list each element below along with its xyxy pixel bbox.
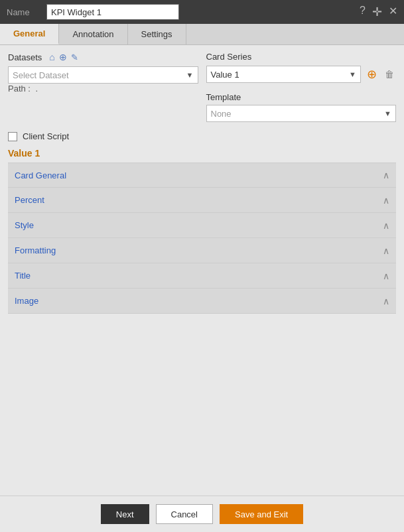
cancel-button[interactable]: Cancel <box>156 504 213 524</box>
title-bar-icons: ? ✛ ✕ <box>360 5 397 19</box>
accordion-chevron-formatting: ∧ <box>383 245 389 256</box>
card-series-row: Value 1 ▼ ⊕ 🗑 <box>206 66 397 83</box>
accordion-item-percent[interactable]: Percent ∧ <box>8 188 396 213</box>
template-label: Template <box>206 92 397 102</box>
move-icon[interactable]: ✛ <box>372 5 382 19</box>
next-button[interactable]: Next <box>101 504 149 524</box>
card-series-delete-icon[interactable]: 🗑 <box>385 69 394 80</box>
accordion-item-image[interactable]: Image ∧ <box>8 289 396 314</box>
datasets-edit-icon[interactable]: ✎ <box>71 52 78 62</box>
title-bar: Name ? ✛ ✕ <box>0 0 404 24</box>
template-section: Template None ▼ <box>206 92 397 122</box>
card-series-select[interactable]: Value 1 ▼ <box>206 66 362 83</box>
accordion-label-formatting: Formatting <box>15 245 383 255</box>
datasets-header-row: Datasets ⌂ ⊕ ✎ <box>8 52 198 62</box>
template-value: None <box>211 109 232 119</box>
accordion-label-title: Title <box>15 271 383 281</box>
template-arrow: ▼ <box>384 109 391 117</box>
path-label: Path : <box>8 84 31 94</box>
dataset-select-value: Select Dataset <box>13 70 69 80</box>
accordion: Card General ∧ Percent ∧ Style ∧ Formatt… <box>8 163 396 314</box>
card-series-add-icon[interactable]: ⊕ <box>367 67 377 82</box>
dataset-select-arrow: ▼ <box>186 71 194 79</box>
datasets-section: Datasets ⌂ ⊕ ✎ Select Dataset ▼ Path : . <box>8 52 198 129</box>
save-exit-button[interactable]: Save and Exit <box>220 504 303 524</box>
accordion-chevron-style: ∧ <box>383 220 389 231</box>
accordion-item-style[interactable]: Style ∧ <box>8 213 396 238</box>
main-content: Datasets ⌂ ⊕ ✎ Select Dataset ▼ Path : .… <box>0 45 404 320</box>
dataset-select[interactable]: Select Dataset ▼ <box>8 66 198 84</box>
value-section-heading: Value 1 <box>8 148 396 159</box>
card-series-header-row: Card Series <box>206 52 397 62</box>
accordion-chevron-image: ∧ <box>383 296 389 306</box>
datasets-add-icon[interactable]: ⊕ <box>59 52 67 62</box>
widget-name-input[interactable] <box>46 4 179 20</box>
card-series-value: Value 1 <box>211 70 239 80</box>
path-value: . <box>36 84 38 94</box>
accordion-label-image: Image <box>15 296 383 306</box>
client-script-label: Client Script <box>23 131 69 141</box>
accordion-item-card-general[interactable]: Card General ∧ <box>8 163 396 188</box>
datasets-label: Datasets <box>8 52 42 62</box>
tab-bar: General Annotation Settings <box>0 24 404 45</box>
accordion-item-formatting[interactable]: Formatting ∧ <box>8 238 396 263</box>
datasets-home-icon[interactable]: ⌂ <box>49 52 54 62</box>
help-icon[interactable]: ? <box>360 5 366 19</box>
accordion-chevron-title: ∧ <box>383 271 389 281</box>
card-series-arrow: ▼ <box>349 70 356 78</box>
path-row: Path : . <box>8 84 198 94</box>
accordion-chevron-percent: ∧ <box>383 195 389 206</box>
template-select[interactable]: None ▼ <box>206 105 397 122</box>
accordion-label-card-general: Card General <box>15 170 383 180</box>
name-label: Name <box>7 7 40 17</box>
client-script-row: Client Script <box>8 131 396 141</box>
accordion-label-percent: Percent <box>15 195 383 205</box>
tab-settings[interactable]: Settings <box>128 24 186 44</box>
card-series-label: Card Series <box>206 52 252 62</box>
accordion-label-style: Style <box>15 220 383 230</box>
card-series-section: Card Series Value 1 ▼ ⊕ 🗑 Template None … <box>206 52 397 129</box>
accordion-item-title[interactable]: Title ∧ <box>8 263 396 289</box>
close-icon[interactable]: ✕ <box>389 5 397 19</box>
client-script-checkbox[interactable] <box>8 132 17 141</box>
bottom-bar: Next Cancel Save and Exit <box>0 496 404 532</box>
tab-annotation[interactable]: Annotation <box>59 24 127 44</box>
accordion-chevron-card-general: ∧ <box>383 170 389 180</box>
tab-general[interactable]: General <box>0 24 59 44</box>
